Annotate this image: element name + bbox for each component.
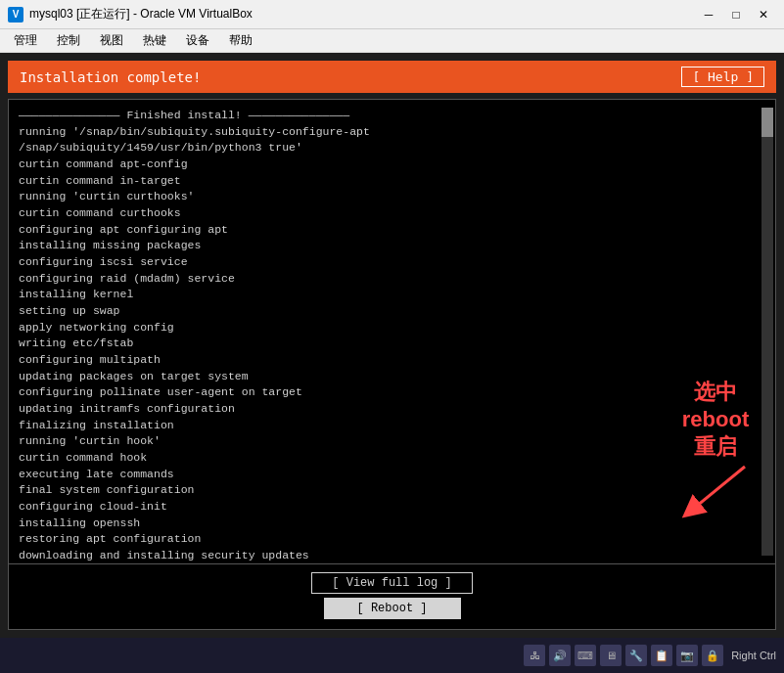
terminal-line: configuring multipath	[19, 352, 765, 369]
main-content: Installation complete! [ Help ] ————————…	[0, 53, 784, 638]
right-ctrl-label: Right Ctrl	[731, 650, 776, 661]
window-controls: ─ □ ✕	[696, 5, 776, 24]
view-full-log-button[interactable]: [ View full log ]	[311, 572, 472, 594]
installation-complete-title: Installation complete!	[20, 69, 201, 85]
terminal-line: updating initramfs configuration	[19, 401, 765, 418]
scrollbar-thumb[interactable]	[761, 108, 773, 137]
help-button[interactable]: [ Help ]	[681, 67, 764, 87]
taskbar-icon-lock[interactable]: 🔒	[702, 645, 723, 666]
terminal-line: writing etc/fstab	[19, 336, 765, 352]
terminal-line: apply networking config	[19, 320, 765, 336]
reboot-button[interactable]: [ Reboot ]	[324, 598, 461, 619]
taskbar: 🖧 🔊 ⌨ 🖥 🔧 📋 📷 🔒 Right Ctrl	[0, 638, 784, 673]
taskbar-icon-display[interactable]: 🖥	[600, 645, 622, 666]
terminal-output: ——————————————— Finished install! ——————…	[8, 99, 776, 564]
installer-footer: [ View full log ] [ Reboot ]	[8, 564, 776, 630]
menu-bar: 管理 控制 视图 热键 设备 帮助	[0, 29, 784, 53]
menu-devices[interactable]: 设备	[176, 30, 219, 51]
menu-manage[interactable]: 管理	[4, 30, 47, 51]
terminal-line: downloading and installing security upda…	[19, 548, 765, 564]
terminal-line: installing kernel	[19, 287, 765, 303]
taskbar-icon-camera[interactable]: 📷	[676, 645, 698, 666]
terminal-line: executing late commands	[19, 467, 765, 483]
terminal-line: curtin command in-target	[19, 173, 765, 190]
terminal-line: finalizing installation	[19, 418, 765, 434]
title-bar: V mysql03 [正在运行] - Oracle VM VirtualBox …	[0, 0, 784, 29]
terminal-line: /snap/subiquity/1459/usr/bin/python3 tru…	[19, 140, 765, 157]
maximize-button[interactable]: □	[723, 5, 749, 24]
taskbar-icon-keyboard[interactable]: ⌨	[575, 645, 596, 666]
taskbar-icon-sound[interactable]: 🔊	[549, 645, 571, 666]
terminal-line: running '/snap/bin/subiquity.subiquity-c…	[19, 124, 765, 141]
terminal-line: final system configuration	[19, 482, 765, 499]
minimize-button[interactable]: ─	[696, 5, 721, 24]
terminal-line: configuring apt configuring apt	[19, 222, 765, 239]
terminal-line: configuring raid (mdadm) service	[19, 271, 765, 288]
terminal-line: configuring iscsi service	[19, 254, 765, 271]
window-title: mysql03 [正在运行] - Oracle VM VirtualBox	[29, 6, 696, 22]
terminal-line: running 'curtin curthooks'	[19, 189, 765, 205]
terminal-line: curtin command apt-config	[19, 157, 765, 173]
menu-hotkey[interactable]: 热键	[133, 30, 176, 51]
terminal-lines: ——————————————— Finished install! ——————…	[19, 108, 765, 564]
terminal-line: configuring cloud-init	[19, 499, 765, 516]
scrollbar[interactable]	[761, 108, 773, 556]
terminal-line: curtin command hook	[19, 450, 765, 467]
taskbar-icon-network[interactable]: 🖧	[524, 645, 545, 666]
menu-help[interactable]: 帮助	[219, 30, 262, 51]
app-icon: V	[8, 7, 23, 22]
close-button[interactable]: ✕	[751, 5, 776, 24]
terminal-line: running 'curtin hook'	[19, 433, 765, 450]
terminal-line: installing missing packages	[19, 238, 765, 254]
terminal-line: ——————————————— Finished install! ——————…	[19, 108, 765, 124]
taskbar-icon-usb[interactable]: 🔧	[625, 645, 647, 666]
menu-view[interactable]: 视图	[90, 30, 133, 51]
menu-control[interactable]: 控制	[47, 30, 90, 51]
terminal-line: setting up swap	[19, 303, 765, 320]
terminal-line: restoring apt configuration	[19, 531, 765, 548]
terminal-line: installing openssh	[19, 516, 765, 532]
terminal-line: configuring pollinate user-agent on targ…	[19, 384, 765, 401]
installer-header: Installation complete! [ Help ]	[8, 61, 776, 93]
terminal-line: curtin command curthooks	[19, 205, 765, 222]
taskbar-icon-shared[interactable]: 📋	[651, 645, 672, 666]
terminal-line: updating packages on target system	[19, 369, 765, 385]
